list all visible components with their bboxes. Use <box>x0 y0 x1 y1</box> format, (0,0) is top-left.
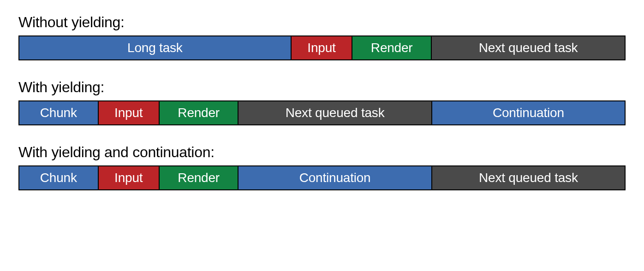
segment-render: Render <box>159 100 238 125</box>
segment-input: Input <box>291 35 352 60</box>
segment-input: Input <box>98 100 159 125</box>
segment-chunk: Chunk <box>18 100 98 125</box>
section-with-yielding: With yielding: Chunk Input Render Next q… <box>18 79 626 125</box>
segment-input: Input <box>98 165 159 190</box>
segment-continuation: Continuation <box>238 165 431 190</box>
bar-container: Long task Input Render Next queued task <box>18 35 626 60</box>
segment-render: Render <box>352 35 431 60</box>
bar-container: Chunk Input Render Continuation Next que… <box>18 165 626 190</box>
segment-render: Render <box>159 165 238 190</box>
section-title: Without yielding: <box>18 14 626 31</box>
section-with-yielding-continuation: With yielding and continuation: Chunk In… <box>18 144 626 190</box>
segment-next-queued: Next queued task <box>431 165 626 190</box>
segment-continuation: Continuation <box>431 100 626 125</box>
segment-long-task: Long task <box>18 35 291 60</box>
section-title: With yielding: <box>18 79 626 96</box>
segment-chunk: Chunk <box>18 165 98 190</box>
segment-next-queued: Next queued task <box>431 35 626 60</box>
section-title: With yielding and continuation: <box>18 144 626 161</box>
bar-container: Chunk Input Render Next queued task Cont… <box>18 100 626 125</box>
segment-next-queued: Next queued task <box>238 100 431 125</box>
section-without-yielding: Without yielding: Long task Input Render… <box>18 14 626 60</box>
